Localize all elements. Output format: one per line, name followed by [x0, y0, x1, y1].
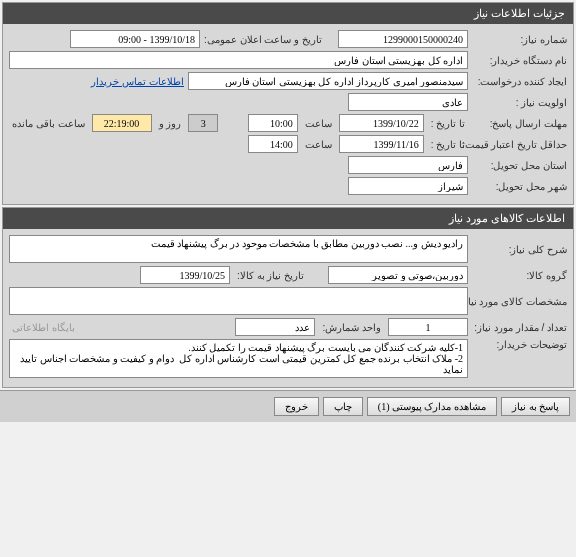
row-deadline: مهلت ارسال پاسخ: تا تاریخ : ساعت روز و س…: [9, 114, 567, 132]
until-time-field[interactable]: [248, 114, 298, 132]
general-desc-label: شرح کلی نیاز:: [472, 244, 567, 255]
need-number-field[interactable]: [338, 30, 468, 48]
view-attachments-button[interactable]: مشاهده مدارک پیوستی (1): [367, 397, 497, 416]
general-desc-field[interactable]: [9, 235, 468, 263]
days-remaining-field: [188, 114, 218, 132]
panel2-body: شرح کلی نیاز: گروه کالا: تاریخ نیاز به ک…: [3, 229, 573, 387]
row-delivery-province: استان محل تحویل:: [9, 156, 567, 174]
requester-field[interactable]: [188, 72, 468, 90]
buyer-notes-field[interactable]: [9, 339, 468, 378]
need-number-label: شماره نیاز:: [472, 34, 567, 45]
row-requester: ایجاد کننده درخواست: اطلاعات تماس خریدار: [9, 72, 567, 90]
goods-spec-field[interactable]: [9, 287, 468, 315]
unit-field[interactable]: [235, 318, 315, 336]
delivery-city-field[interactable]: [348, 177, 468, 195]
delivery-province-field[interactable]: [348, 156, 468, 174]
delivery-province-label: استان محل تحویل:: [472, 160, 567, 171]
buyer-org-field[interactable]: [9, 51, 468, 69]
quantity-label: تعداد / مقدار مورد نیاز:: [472, 322, 567, 333]
time-label-1: ساعت: [302, 118, 335, 129]
min-price-date-label: حداقل تاریخ اعتبار قیمت:: [472, 139, 567, 150]
goods-group-label: گروه کالا:: [472, 270, 567, 281]
row-goods-spec: مشخصات کالای مورد نیاز:: [9, 287, 567, 315]
row-buyer-notes: توضیحات خریدار:: [9, 339, 567, 378]
time-remaining-field: [92, 114, 152, 132]
time-label-2: ساعت: [302, 139, 335, 150]
until-date-label: تا تاریخ :: [428, 118, 468, 129]
row-buyer-org: نام دستگاه خریدار:: [9, 51, 567, 69]
min-price-date-field[interactable]: [339, 135, 424, 153]
goods-info-panel: اطلاعات کالاهای مورد نیاز شرح کلی نیاز: …: [2, 207, 574, 388]
buyer-contact-link[interactable]: اطلاعات تماس خریدار: [91, 76, 184, 87]
action-buttons-row: پاسخ به نیاز مشاهده مدارک پیوستی (1) چاپ…: [0, 390, 576, 422]
panel2-header: اطلاعات کالاهای مورد نیاز: [3, 208, 573, 229]
need-until-label: تاریخ نیاز به کالا:: [234, 270, 324, 281]
row-general-desc: شرح کلی نیاز:: [9, 235, 567, 263]
print-button[interactable]: چاپ: [323, 397, 363, 416]
remaining-label: ساعت باقی مانده: [9, 118, 88, 129]
panel1-header: جزئیات اطلاعات نیاز: [3, 3, 573, 24]
delivery-city-label: شهر محل تحویل:: [472, 181, 567, 192]
need-until-field[interactable]: [140, 266, 230, 284]
need-details-panel: جزئیات اطلاعات نیاز شماره نیاز: تاریخ و …: [2, 2, 574, 205]
row-min-price-date: حداقل تاریخ اعتبار قیمت: تا تاریخ : ساعت: [9, 135, 567, 153]
requester-label: ایجاد کننده درخواست:: [472, 76, 567, 87]
goods-spec-label: مشخصات کالای مورد نیاز:: [472, 296, 567, 307]
row-priority: اولویت نیاز :: [9, 93, 567, 111]
public-datetime-label: تاریخ و ساعت اعلان عمومی:: [204, 34, 334, 45]
priority-field[interactable]: [348, 93, 468, 111]
priority-label: اولویت نیاز :: [472, 97, 567, 108]
buyer-notes-label: توضیحات خریدار:: [472, 339, 567, 350]
public-datetime-field[interactable]: [70, 30, 200, 48]
unit-label: واحد شمارش:: [319, 322, 384, 333]
exit-button[interactable]: خروج: [274, 397, 319, 416]
row-quantity: تعداد / مقدار مورد نیاز: واحد شمارش: بای…: [9, 318, 567, 336]
row-delivery-city: شهر محل تحویل:: [9, 177, 567, 195]
row-goods-group: گروه کالا: تاریخ نیاز به کالا:: [9, 266, 567, 284]
row-need-number: شماره نیاز: تاریخ و ساعت اعلان عمومی:: [9, 30, 567, 48]
until-date-field[interactable]: [339, 114, 424, 132]
min-price-time-field[interactable]: [248, 135, 298, 153]
panel1-body: شماره نیاز: تاریخ و ساعت اعلان عمومی: نا…: [3, 24, 573, 204]
deadline-label: مهلت ارسال پاسخ:: [472, 118, 567, 129]
goods-group-field[interactable]: [328, 266, 468, 284]
barcode-label: بایگاه اطلاعاتی: [9, 322, 78, 333]
days-label: روز و: [156, 118, 185, 129]
reply-button[interactable]: پاسخ به نیاز: [501, 397, 570, 416]
min-price-until-label: تا تاریخ :: [428, 139, 468, 150]
buyer-org-label: نام دستگاه خریدار:: [472, 55, 567, 66]
quantity-field[interactable]: [388, 318, 468, 336]
